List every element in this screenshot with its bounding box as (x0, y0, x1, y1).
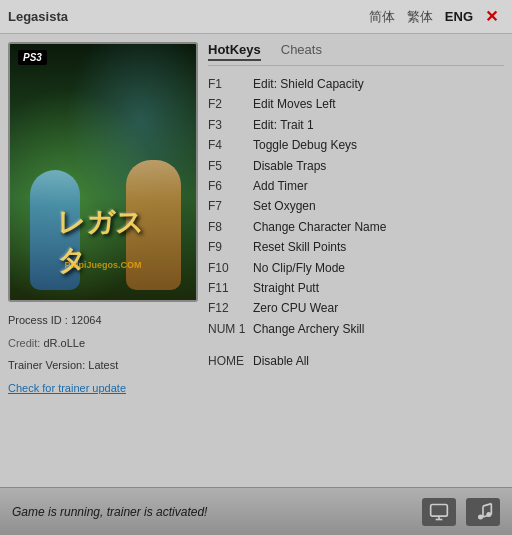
lang-eng-button[interactable]: ENG (439, 7, 479, 26)
left-info-section: Process ID : 12064 Credit: dR.oLLe Train… (8, 312, 198, 396)
svg-line-8 (483, 503, 491, 506)
hotkey-row: F6Add Timer (208, 176, 504, 196)
lang-cn-simple-button[interactable]: 简体 (363, 6, 401, 28)
process-id-row: Process ID : 12064 (8, 312, 198, 329)
hotkey-key: F2 (208, 94, 253, 114)
hotkey-key: F12 (208, 298, 253, 318)
tab-hotkeys[interactable]: HotKeys (208, 42, 261, 61)
hotkey-desc: Straight Putt (253, 278, 319, 298)
game-cover-image: PS3 レガスタ PulpiJuegos.COM (8, 42, 198, 302)
hotkey-desc: Toggle Debug Keys (253, 135, 357, 155)
hotkey-key: F3 (208, 115, 253, 135)
hotkey-home-key: HOME (208, 351, 253, 371)
hotkey-row: F3Edit: Trait 1 (208, 115, 504, 135)
hotkey-key: F8 (208, 217, 253, 237)
hotkey-desc: Change Character Name (253, 217, 386, 237)
monitor-icon (429, 502, 449, 522)
process-id-label: Process ID : 12064 (8, 314, 102, 326)
hotkeys-list: F1Edit: Shield CapacityF2Edit Moves Left… (208, 74, 504, 371)
music-icon-button[interactable] (466, 498, 500, 526)
hotkey-desc: Add Timer (253, 176, 308, 196)
ps3-badge: PS3 (18, 50, 47, 65)
update-link[interactable]: Check for trainer update (8, 382, 126, 394)
hotkey-row: F2Edit Moves Left (208, 94, 504, 114)
hotkey-desc: No Clip/Fly Mode (253, 258, 345, 278)
close-button[interactable]: ✕ (479, 5, 504, 28)
hotkey-key: F6 (208, 176, 253, 196)
svg-rect-0 (431, 504, 448, 516)
status-text: Game is running, trainer is activated! (12, 505, 412, 519)
hotkey-row: F4Toggle Debug Keys (208, 135, 504, 155)
hotkey-row: NUM 1Change Archery Skill (208, 319, 504, 339)
hotkey-row: F9Reset Skill Points (208, 237, 504, 257)
hotkey-key: F4 (208, 135, 253, 155)
game-image-inner: PS3 レガスタ PulpiJuegos.COM (10, 44, 196, 300)
update-link-row[interactable]: Check for trainer update (8, 380, 198, 397)
monitor-icon-button[interactable] (422, 498, 456, 526)
hotkey-home-desc: Disable All (253, 351, 309, 371)
right-panel: HotKeys Cheats F1Edit: Shield CapacityF2… (208, 42, 504, 479)
hotkey-desc: Reset Skill Points (253, 237, 346, 257)
watermark: PulpiJuegos.COM (64, 260, 141, 270)
hotkey-key: F7 (208, 196, 253, 216)
credit-label: Credit: (8, 337, 40, 349)
hotkey-row: F7Set Oxygen (208, 196, 504, 216)
tab-cheats[interactable]: Cheats (281, 42, 322, 61)
bottom-bar: Game is running, trainer is activated! (0, 487, 512, 535)
hotkey-desc: Edit Moves Left (253, 94, 336, 114)
hotkey-row: F8Change Character Name (208, 217, 504, 237)
hotkey-key: F9 (208, 237, 253, 257)
hotkey-desc: Set Oxygen (253, 196, 316, 216)
title-bar: Legasista 简体 繁体 ENG ✕ (0, 0, 512, 34)
hotkey-row: F10No Clip/Fly Mode (208, 258, 504, 278)
hotkey-desc: Edit: Trait 1 (253, 115, 314, 135)
hotkey-desc: Zero CPU Wear (253, 298, 338, 318)
hotkeys-spacer (208, 339, 504, 351)
lang-cn-trad-button[interactable]: 繁体 (401, 6, 439, 28)
hotkey-key: F10 (208, 258, 253, 278)
credit-value: dR.oLLe (43, 337, 85, 349)
hotkey-row: F1Edit: Shield Capacity (208, 74, 504, 94)
hotkey-row: F12Zero CPU Wear (208, 298, 504, 318)
hotkey-key: F11 (208, 278, 253, 298)
trainer-version-label: Trainer Version: Latest (8, 359, 118, 371)
hotkey-desc: Disable Traps (253, 156, 326, 176)
hotkey-key: NUM 1 (208, 319, 253, 339)
tabs: HotKeys Cheats (208, 42, 504, 66)
main-content: PS3 レガスタ PulpiJuegos.COM Process ID : 12… (0, 34, 512, 487)
credit-row: Credit: dR.oLLe (8, 335, 198, 352)
trainer-version-row: Trainer Version: Latest (8, 357, 198, 374)
music-icon (473, 502, 493, 522)
hotkey-key: F5 (208, 156, 253, 176)
hotkey-key: F1 (208, 74, 253, 94)
left-panel: PS3 レガスタ PulpiJuegos.COM Process ID : 12… (8, 42, 198, 479)
hotkey-desc: Edit: Shield Capacity (253, 74, 364, 94)
hotkey-desc: Change Archery Skill (253, 319, 364, 339)
hotkey-row: F5Disable Traps (208, 156, 504, 176)
app-title: Legasista (8, 9, 363, 24)
hotkey-row: F11Straight Putt (208, 278, 504, 298)
hotkey-home-row: HOMEDisable All (208, 351, 504, 371)
